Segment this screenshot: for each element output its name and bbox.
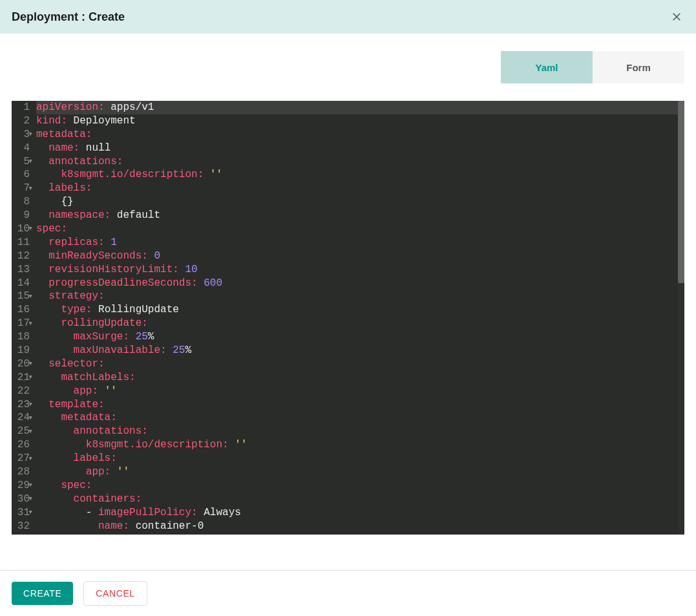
gutter-line: 10▼ (16, 222, 30, 236)
gutter-line: 29▼ (16, 479, 30, 493)
gutter-line: 6 (16, 168, 30, 182)
gutter-line: 5▼ (16, 155, 30, 169)
create-button[interactable]: CREATE (12, 582, 73, 605)
code-line[interactable]: kind: Deployment (36, 114, 678, 128)
tabs-row: Yaml Form (12, 34, 684, 101)
code-line[interactable]: maxUnavailable: 25% (36, 344, 678, 357)
code-line[interactable]: k8smgmt.io/description: '' (36, 438, 678, 452)
code-line[interactable]: namespace: default (36, 209, 678, 222)
gutter-line: 2 (16, 114, 30, 128)
fold-toggle-icon[interactable]: ▼ (29, 222, 32, 236)
fold-toggle-icon[interactable]: ▼ (29, 357, 32, 371)
code-line[interactable]: apiVersion: apps/v1 (36, 101, 678, 114)
dialog-footer: CREATE CANCEL (0, 570, 696, 616)
gutter-line: 3▼ (16, 128, 30, 142)
line-number: 1 (16, 101, 30, 114)
gutter-line: 9 (16, 209, 30, 222)
fold-toggle-icon[interactable]: ▼ (29, 479, 32, 493)
line-number: 31 (16, 506, 30, 520)
gutter-line: 28 (16, 465, 30, 479)
code-line[interactable]: labels: (36, 182, 678, 195)
fold-toggle-icon[interactable]: ▼ (29, 452, 32, 465)
line-number: 27 (16, 452, 30, 465)
code-line[interactable]: type: RollingUpdate (36, 303, 678, 317)
fold-toggle-icon[interactable]: ▼ (29, 155, 32, 169)
gutter-line: 8 (16, 195, 30, 209)
code-line[interactable]: - imagePullPolicy: Always (36, 506, 678, 520)
code-line[interactable]: containers: (36, 493, 678, 506)
code-line[interactable]: minReadySeconds: 0 (36, 250, 678, 263)
fold-toggle-icon[interactable]: ▼ (29, 398, 32, 412)
close-button[interactable] (669, 9, 684, 25)
dialog-title: Deployment : Create (12, 10, 125, 24)
code-line[interactable]: metadata: (36, 411, 678, 425)
fold-toggle-icon[interactable]: ▼ (29, 411, 32, 425)
tab-yaml[interactable]: Yaml (501, 51, 593, 83)
line-number: 4 (16, 142, 30, 155)
gutter-line: 15▼ (16, 290, 30, 303)
line-number: 18 (16, 330, 30, 344)
code-line[interactable]: rollingUpdate: (36, 317, 678, 330)
line-number: 14 (16, 277, 30, 290)
code-line[interactable]: {} (36, 195, 678, 209)
code-line[interactable]: annotations: (36, 155, 678, 169)
fold-toggle-icon[interactable]: ▼ (29, 371, 32, 385)
dialog-header: Deployment : Create (0, 0, 696, 34)
tab-form[interactable]: Form (593, 51, 684, 83)
line-number: 19 (16, 344, 30, 357)
gutter-line: 33 (16, 533, 30, 535)
code-line[interactable]: matchLabels: (36, 371, 678, 385)
dialog-body: Yaml Form 123▼45▼67▼8910▼1112131415▼1617… (0, 34, 696, 570)
code-line[interactable]: spec: (36, 479, 678, 493)
gutter-line: 22 (16, 385, 30, 398)
line-number: 28 (16, 465, 30, 479)
line-number: 17 (16, 317, 30, 330)
code-line[interactable]: app: '' (36, 465, 678, 479)
yaml-editor[interactable]: 123▼45▼67▼8910▼1112131415▼1617▼181920▼21… (12, 101, 684, 535)
gutter-line: 14 (16, 277, 30, 290)
fold-toggle-icon[interactable]: ▼ (29, 182, 32, 195)
gutter-line: 21▼ (16, 371, 30, 385)
code-line[interactable]: name: null (36, 142, 678, 155)
code-line[interactable]: maxSurge: 25% (36, 330, 678, 344)
line-number: 12 (16, 250, 30, 263)
gutter-line: 20▼ (16, 357, 30, 371)
line-number: 23 (16, 398, 30, 412)
code-line[interactable]: progressDeadlineSeconds: 600 (36, 277, 678, 290)
code-line[interactable]: metadata: (36, 128, 678, 142)
gutter-line: 24▼ (16, 411, 30, 425)
gutter-line: 32 (16, 520, 30, 533)
line-number: 24 (16, 411, 30, 425)
fold-toggle-icon[interactable]: ▼ (29, 425, 32, 438)
code-line[interactable]: spec: (36, 222, 678, 236)
fold-toggle-icon[interactable]: ▼ (29, 128, 32, 142)
code-line[interactable]: annotations: (36, 425, 678, 438)
line-number: 3 (16, 128, 30, 142)
gutter-line: 19 (16, 344, 30, 357)
line-number: 11 (16, 236, 30, 250)
gutter-line: 23▼ (16, 398, 30, 412)
code-line[interactable]: strategy: (36, 290, 678, 303)
fold-toggle-icon[interactable]: ▼ (29, 317, 32, 330)
code-line[interactable]: revisionHistoryLimit: 10 (36, 263, 678, 277)
code-line[interactable]: replicas: 1 (36, 236, 678, 250)
cancel-button[interactable]: CANCEL (83, 581, 147, 606)
editor-bottom-gap (12, 535, 684, 570)
line-number: 25 (16, 425, 30, 438)
line-number: 21 (16, 371, 30, 385)
code-line[interactable]: app: '' (36, 385, 678, 398)
code-line[interactable]: selector: (36, 357, 678, 371)
line-number: 6 (16, 168, 30, 182)
fold-toggle-icon[interactable]: ▼ (29, 290, 32, 303)
code-line[interactable]: template: (36, 398, 678, 412)
editor-scrollthumb[interactable] (678, 101, 684, 283)
code-line[interactable]: k8smgmt.io/description: '' (36, 168, 678, 182)
code-line[interactable]: image: '' (36, 533, 678, 535)
editor-scrollbar[interactable] (678, 101, 684, 535)
editor-code-area[interactable]: apiVersion: apps/v1kind: Deploymentmetad… (36, 101, 684, 535)
code-line[interactable]: labels: (36, 452, 678, 465)
fold-toggle-icon[interactable]: ▼ (29, 493, 32, 506)
line-number: 10 (16, 222, 30, 236)
fold-toggle-icon[interactable]: ▼ (29, 506, 32, 520)
code-line[interactable]: name: container-0 (36, 520, 678, 533)
